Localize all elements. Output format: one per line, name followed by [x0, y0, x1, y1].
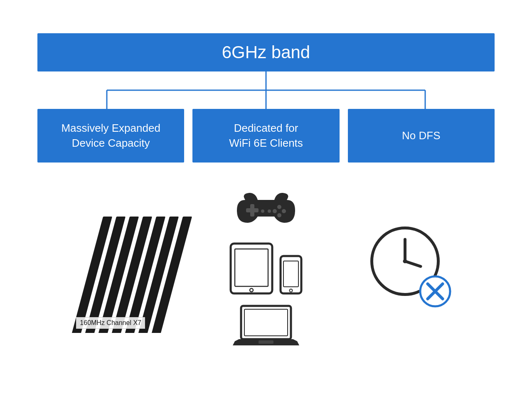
clock-container	[369, 225, 452, 308]
clock-section	[338, 225, 482, 308]
sub-box-1-label: Massively ExpandedDevice Capacity	[61, 121, 160, 151]
connector-lines	[37, 71, 495, 109]
main-container: 6GHz band Massively ExpandedDevice Capac…	[0, 0, 532, 399]
tablet-phone-group	[229, 241, 303, 296]
icons-row: 160MHz Channel X7	[37, 183, 495, 350]
sub-box-2-label: Dedicated forWiFi 6E Clients	[229, 121, 303, 151]
channel-label: 160MHz Channel X7	[76, 317, 145, 329]
devices-group	[229, 183, 303, 350]
channel-bars-section: 160MHz Channel X7	[50, 200, 194, 333]
svg-point-8	[282, 209, 286, 213]
tablet-icon	[229, 241, 274, 296]
phone-icon	[278, 254, 303, 296]
sub-boxes-row: Massively ExpandedDevice Capacity Dedica…	[37, 109, 495, 163]
gamepad-icon	[233, 183, 299, 233]
sub-box-3-label: No DFS	[402, 128, 440, 143]
svg-point-12	[268, 209, 271, 213]
svg-rect-17	[283, 261, 298, 287]
svg-point-25	[403, 259, 407, 263]
svg-point-18	[290, 289, 293, 292]
svg-point-7	[277, 205, 281, 209]
sub-box-no-dfs: No DFS	[348, 109, 495, 163]
svg-rect-19	[241, 306, 291, 339]
sub-box-wifi-clients: Dedicated forWiFi 6E Clients	[192, 109, 339, 163]
svg-point-15	[250, 288, 253, 292]
title-box: 6GHz band	[37, 33, 495, 71]
devices-section	[194, 183, 338, 350]
sub-box-device-capacity: Massively ExpandedDevice Capacity	[37, 109, 184, 163]
svg-rect-20	[244, 309, 288, 336]
svg-point-10	[273, 209, 277, 213]
connector-area	[37, 71, 495, 109]
svg-rect-21	[259, 340, 273, 344]
channel-bars-icon: 160MHz Channel X7	[72, 200, 172, 333]
svg-point-9	[277, 213, 281, 217]
title-text: 6GHz band	[222, 42, 310, 62]
bars-inner	[72, 217, 192, 333]
svg-rect-6	[250, 204, 254, 217]
svg-rect-14	[235, 249, 268, 286]
svg-point-11	[261, 209, 264, 213]
x-badge-icon	[419, 275, 452, 308]
laptop-icon	[233, 304, 299, 350]
